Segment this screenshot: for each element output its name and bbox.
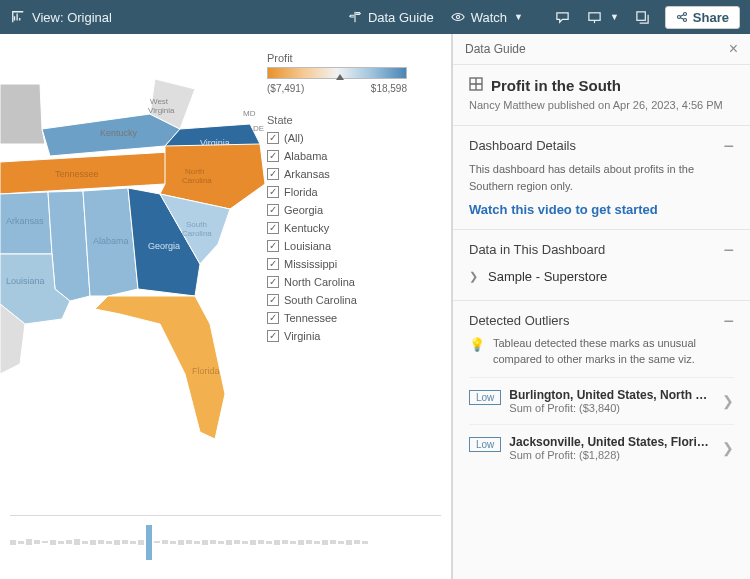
svg-text:Alabama: Alabama <box>93 236 129 246</box>
svg-rect-1 <box>589 12 600 20</box>
svg-point-5 <box>683 19 686 22</box>
svg-text:Virginia: Virginia <box>148 106 175 115</box>
choropleth-map[interactable]: Kentucky WestVirginia Virginia MD DE Ten… <box>0 34 270 504</box>
fullscreen-icon <box>635 9 651 25</box>
comment-icon <box>555 9 571 25</box>
svg-text:Kentucky: Kentucky <box>100 128 138 138</box>
datasource-row[interactable]: ❯ Sample - Superstore <box>469 265 734 288</box>
outlier-badge: Low <box>469 390 501 405</box>
filter-title: State <box>267 114 427 126</box>
chevron-right-icon[interactable]: ❯ <box>722 440 734 456</box>
data-guide-panel: Data Guide × Profit in the South Nancy M… <box>452 34 750 579</box>
panel-title: Data Guide <box>465 42 526 56</box>
top-toolbar: View: Original Data Guide Watch ▼ ▼ <box>0 0 750 34</box>
dashboard-icon <box>469 77 483 94</box>
outlier-title: Jacksonville, United States, Florid... <box>509 435 714 449</box>
legend-min: ($7,491) <box>267 83 304 94</box>
svg-text:Louisiana: Louisiana <box>6 276 45 286</box>
outlier-item[interactable]: LowBurlington, United States, North C...… <box>469 377 734 424</box>
chevron-down-icon: ▼ <box>610 12 619 22</box>
svg-text:Georgia: Georgia <box>148 241 180 251</box>
outliers-desc: Tableau detected these marks as unusual … <box>493 336 734 367</box>
svg-point-3 <box>677 16 680 19</box>
share-button[interactable]: Share <box>665 6 740 29</box>
svg-text:Carolina: Carolina <box>182 229 212 238</box>
filter-item[interactable]: ✓Georgia <box>267 201 427 219</box>
bar-chart-icon <box>10 9 26 25</box>
color-legend: Profit ($7,491) $18,598 <box>267 52 427 94</box>
data-guide-button[interactable]: Data Guide <box>339 5 442 29</box>
data-heading: Data in This Dashboard <box>469 242 605 257</box>
collapse-icon[interactable]: − <box>723 245 734 255</box>
state-filter: State ✓(All) ✓Alabama✓Arkansas✓Florida✓G… <box>267 114 427 345</box>
fullscreen-button[interactable] <box>627 5 659 29</box>
collapse-icon[interactable]: − <box>723 316 734 326</box>
bar-chart-preview[interactable] <box>10 515 441 571</box>
outlier-badge: Low <box>469 437 501 452</box>
legend-max: $18,598 <box>371 83 407 94</box>
svg-text:MD: MD <box>243 109 256 118</box>
legend-gradient[interactable] <box>267 67 407 79</box>
filter-item[interactable]: ✓Alabama <box>267 147 427 165</box>
svg-point-0 <box>456 15 459 18</box>
filter-all[interactable]: ✓(All) <box>267 129 427 147</box>
outliers-heading: Detected Outliers <box>469 313 569 328</box>
close-icon[interactable]: × <box>729 40 738 58</box>
lightbulb-icon: 💡 <box>469 336 485 367</box>
eye-icon <box>450 9 466 25</box>
share-label: Share <box>693 10 729 25</box>
filter-item[interactable]: ✓Virginia <box>267 327 427 345</box>
svg-text:South: South <box>186 220 207 229</box>
data-guide-label: Data Guide <box>368 10 434 25</box>
filter-item[interactable]: ✓North Carolina <box>267 273 427 291</box>
filter-item[interactable]: ✓Louisiana <box>267 237 427 255</box>
svg-text:West: West <box>150 97 169 106</box>
outlier-item[interactable]: LowJacksonville, United States, Florid..… <box>469 424 734 471</box>
watch-button[interactable]: Watch ▼ <box>442 5 531 29</box>
details-heading: Dashboard Details <box>469 138 576 153</box>
presentation-icon <box>587 9 603 25</box>
chevron-right-icon[interactable]: ❯ <box>722 393 734 409</box>
comments-button[interactable] <box>547 5 579 29</box>
filter-item[interactable]: ✓Kentucky <box>267 219 427 237</box>
filter-item[interactable]: ✓Tennessee <box>267 309 427 327</box>
legend-title: Profit <box>267 52 427 64</box>
dashboard-byline: Nancy Matthew published on Apr 26, 2023,… <box>469 98 734 113</box>
svg-point-4 <box>683 13 686 16</box>
state-missouri[interactable] <box>0 84 45 144</box>
collapse-icon[interactable]: − <box>723 141 734 151</box>
svg-text:North: North <box>185 167 205 176</box>
filter-item[interactable]: ✓Florida <box>267 183 427 201</box>
svg-text:DE: DE <box>253 124 264 133</box>
datasource-name: Sample - Superstore <box>488 269 607 284</box>
svg-rect-2 <box>637 11 645 19</box>
filter-item[interactable]: ✓South Carolina <box>267 291 427 309</box>
present-button[interactable]: ▼ <box>579 5 627 29</box>
share-icon <box>676 11 688 23</box>
view-label-text: View: Original <box>32 10 112 25</box>
filter-item[interactable]: ✓Arkansas <box>267 165 427 183</box>
signpost-icon <box>347 9 363 25</box>
svg-text:Florida: Florida <box>192 366 220 376</box>
svg-text:Arkansas: Arkansas <box>6 216 44 226</box>
main-content: Kentucky WestVirginia Virginia MD DE Ten… <box>0 34 750 579</box>
outlier-title: Burlington, United States, North C... <box>509 388 714 402</box>
view-selector[interactable]: View: Original <box>10 9 112 25</box>
dashboard-title: Profit in the South <box>491 77 621 94</box>
details-body: This dashboard has details about profits… <box>469 161 734 194</box>
watch-label: Watch <box>471 10 507 25</box>
filter-item[interactable]: ✓Mississippi <box>267 255 427 273</box>
viz-area: Kentucky WestVirginia Virginia MD DE Ten… <box>0 34 452 579</box>
video-link[interactable]: Watch this video to get started <box>469 202 658 217</box>
outlier-sub: Sum of Profit: ($3,840) <box>509 402 714 414</box>
svg-text:Carolina: Carolina <box>182 176 212 185</box>
chevron-down-icon: ▼ <box>514 12 523 22</box>
chevron-right-icon: ❯ <box>469 270 478 283</box>
outlier-sub: Sum of Profit: ($1,828) <box>509 449 714 461</box>
svg-text:Tennessee: Tennessee <box>55 169 99 179</box>
